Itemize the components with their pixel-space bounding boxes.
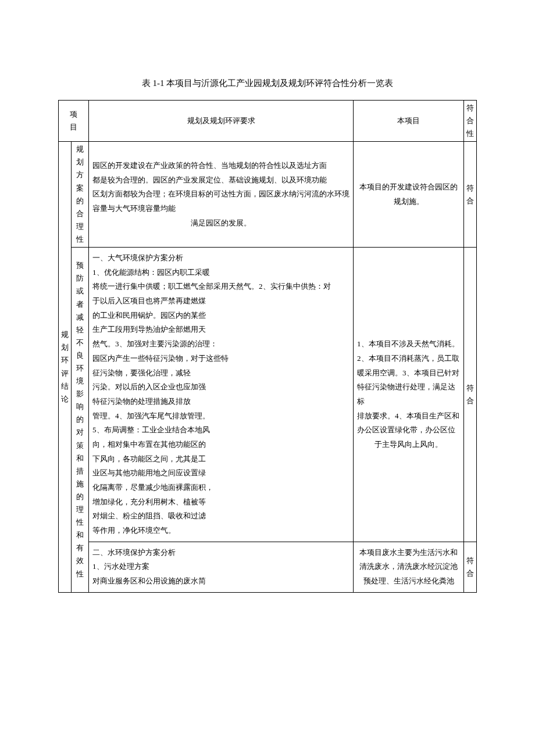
table-row: 规划环评结论 规划方案的合理性 园区的开发建设在产业政策的符合性、当地规划的符合… (59, 142, 477, 248)
table-row: 预防或者减轻不良环境影响的对策和措施的理性和有效性 一、大气环境保护方案分析 1… (59, 248, 477, 542)
row-sub-label: 预防或者减轻不良环境影响的对策和措施的理性和有效性 (72, 248, 89, 593)
table-header-row: 项目 规划及规划环评要求 本项目 符合性 (59, 101, 477, 142)
table-title: 表 1-1 本项目与沂源化工产业园规划及规划环评符合性分析一览表 (58, 76, 477, 91)
project-cell: 本项目的开发建设符合园区的规划施。 (354, 142, 464, 248)
conformity-cell: 符合 (464, 248, 477, 542)
row-group-label: 规划环评结论 (59, 142, 72, 593)
header-col-item: 项目 (59, 101, 89, 142)
header-col-project: 本项目 (354, 101, 464, 142)
header-col-requirement: 规划及规划环评要求 (89, 101, 354, 142)
conformity-cell: 符合 (464, 142, 477, 248)
requirement-cell: 园区的开发建设在产业政策的符合性、当地规划的符合性以及选址方面 都是较为合理的。… (89, 142, 354, 248)
project-cell: 本项目废水主要为生活污水和清洗废水，清洗废水经沉淀池预处理、生活污水经化粪池 (354, 542, 464, 592)
requirement-cell: 一、大气环境保护方案分析 1、优化能源结构：园区内职工采暖 将统一进行集中供暖；… (89, 248, 354, 542)
row-sub-label: 规划方案的合理性 (72, 142, 89, 248)
table-row: 二、水环境保护方案分析 1、污水处理方案 对商业服务区和公用设施的废水简 本项目… (59, 542, 477, 592)
header-col-conformity: 符合性 (464, 101, 477, 142)
conformity-cell: 符合 (464, 542, 477, 592)
project-cell: 1、本项目不涉及天然气消耗。 2、本项目不消耗蒸汽，员工取暖采用空调。3、本项目… (354, 248, 464, 542)
conformity-table: 项目 规划及规划环评要求 本项目 符合性 规划环评结论 规划方案的合理性 园区的… (58, 100, 477, 593)
requirement-cell: 二、水环境保护方案分析 1、污水处理方案 对商业服务区和公用设施的废水简 (89, 542, 354, 592)
